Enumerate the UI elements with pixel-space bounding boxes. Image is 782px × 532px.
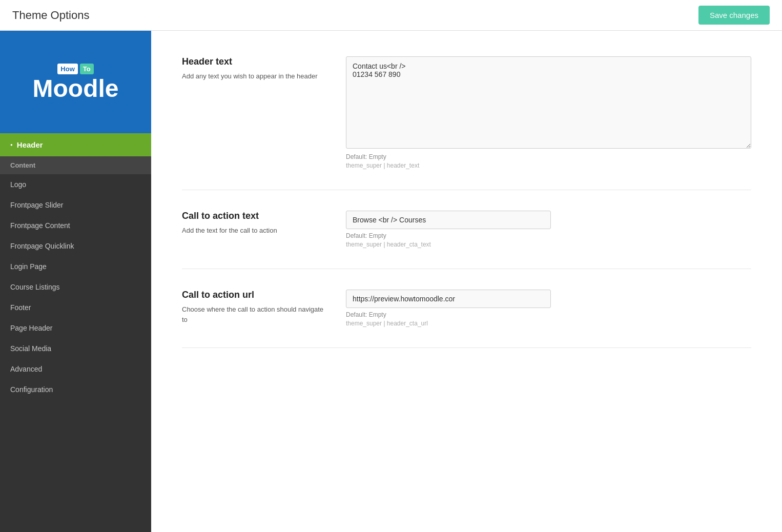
sidebar-item-frontpage-quicklink[interactable]: Frontpage Quicklink — [0, 236, 151, 256]
cta-url-input[interactable] — [346, 290, 551, 308]
cta-text-title: Call to action text — [182, 211, 325, 221]
settings-section-cta-url: Call to action url Choose where the call… — [182, 269, 751, 348]
sidebar-item-advanced[interactable]: Advanced — [0, 359, 151, 379]
sidebar-item-login-page[interactable]: Login Page — [0, 256, 151, 277]
page-title: Theme Options — [12, 9, 89, 22]
settings-field-col-header-text: Contact us<br /> 01234 567 890 Default: … — [346, 56, 751, 169]
sidebar-item-configuration[interactable]: Configuration — [0, 379, 151, 400]
sidebar-item-header[interactable]: Header — [0, 133, 151, 156]
logo-how-to: How To — [57, 64, 93, 74]
sidebar-item-frontpage-slider[interactable]: Frontpage Slider — [0, 195, 151, 215]
sidebar-item-page-header[interactable]: Page Header — [0, 318, 151, 338]
header-text-title: Header text — [182, 56, 325, 67]
header-text-desc: Add any text you wish to appear in the h… — [182, 71, 325, 81]
settings-field-col-cta-text: Default: Empty theme_super | header_cta_… — [346, 211, 751, 248]
sidebar-logo: How To Moodle — [0, 31, 151, 133]
cta-text-input[interactable] — [346, 211, 551, 229]
main-content: Header text Add any text you wish to app… — [151, 31, 782, 532]
top-bar: Theme Options Save changes — [0, 0, 782, 31]
save-changes-button-top[interactable]: Save changes — [698, 6, 770, 25]
settings-field-col-cta-url: Default: Empty theme_super | header_cta_… — [346, 290, 751, 327]
main-layout: How To Moodle Header Content Logo Frontp… — [0, 31, 782, 532]
logo-moodle: Moodle — [33, 76, 119, 101]
header-text-key: theme_super | header_text — [346, 162, 751, 169]
cta-url-default: Default: Empty — [346, 311, 751, 318]
settings-section-header-text: Header text Add any text you wish to app… — [182, 51, 751, 190]
sidebar-item-social-media[interactable]: Social Media — [0, 338, 151, 359]
sidebar-section-content: Content — [0, 156, 151, 174]
logo-container: How To Moodle — [33, 64, 119, 101]
sidebar: How To Moodle Header Content Logo Frontp… — [0, 31, 151, 532]
settings-label-col-cta-url: Call to action url Choose where the call… — [182, 290, 325, 324]
sidebar-item-course-listings[interactable]: Course Listings — [0, 277, 151, 297]
cta-text-default: Default: Empty — [346, 232, 751, 239]
sidebar-item-logo[interactable]: Logo — [0, 174, 151, 195]
sidebar-item-footer[interactable]: Footer — [0, 297, 151, 318]
cta-url-title: Call to action url — [182, 290, 325, 300]
logo-to: To — [80, 64, 94, 74]
settings-label-col-cta-text: Call to action text Add the text for the… — [182, 211, 325, 236]
cta-url-desc: Choose where the call to action should n… — [182, 304, 325, 324]
settings-label-col-header-text: Header text Add any text you wish to app… — [182, 56, 325, 81]
header-text-textarea[interactable]: Contact us<br /> 01234 567 890 — [346, 56, 751, 149]
header-text-default: Default: Empty — [346, 153, 751, 160]
logo-how: How — [57, 64, 77, 74]
cta-text-key: theme_super | header_cta_text — [346, 241, 751, 248]
cta-url-key: theme_super | header_cta_url — [346, 320, 751, 327]
sidebar-item-frontpage-content[interactable]: Frontpage Content — [0, 215, 151, 236]
settings-section-cta-text: Call to action text Add the text for the… — [182, 190, 751, 269]
cta-text-desc: Add the text for the call to action — [182, 226, 325, 236]
